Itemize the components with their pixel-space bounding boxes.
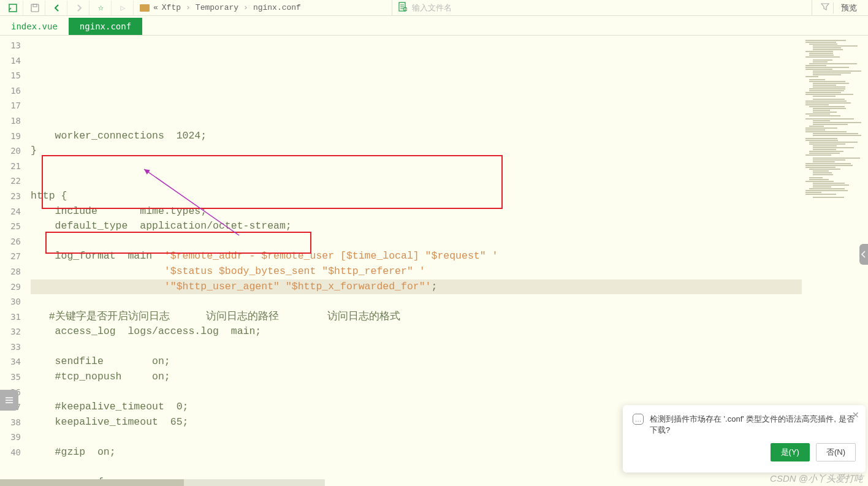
code-line[interactable]: log_format main '$remote_addr - $remote_…: [31, 249, 802, 264]
line-number: 21: [0, 159, 21, 174]
horizontal-scrollbar[interactable]: [0, 479, 325, 486]
star-icon[interactable]: ☆: [91, 1, 112, 15]
back-icon[interactable]: [47, 1, 67, 15]
search-input[interactable]: [411, 2, 805, 13]
chevron-right-icon: ›: [186, 3, 191, 12]
code-line[interactable]: access_log logs/access.log main;: [31, 324, 802, 340]
line-number: 29: [0, 279, 21, 295]
line-number: 18: [0, 113, 21, 129]
svg-rect-1: [31, 4, 39, 12]
code-line[interactable]: }: [31, 143, 802, 159]
line-number: 30: [0, 294, 21, 309]
forward-icon[interactable]: [69, 1, 89, 15]
code-line[interactable]: #tcp_nopush on;: [31, 370, 802, 385]
tab-nginx-conf[interactable]: nginx.conf: [69, 18, 142, 35]
plugin-popup: ✕ … 检测到插件市场存在 '.conf' 类型文件的语法高亮插件, 是否下载?…: [623, 405, 866, 473]
code-line[interactable]: [31, 294, 802, 309]
code-line[interactable]: sendfile on;: [31, 354, 802, 370]
line-number: 20: [0, 143, 21, 159]
breadcrumb-item[interactable]: Xftp: [162, 3, 181, 12]
code-line[interactable]: '$status $body_bytes_sent "$http_referer…: [31, 264, 802, 279]
chat-icon: …: [633, 414, 644, 425]
line-number: 24: [0, 204, 21, 219]
yes-button[interactable]: 是(Y): [771, 443, 810, 461]
code-line[interactable]: worker_connections 1024;: [31, 129, 802, 144]
code-line[interactable]: default_type application/octet-stream;: [31, 219, 802, 234]
save-icon[interactable]: [25, 1, 45, 15]
line-number: 23: [0, 189, 21, 204]
code-line[interactable]: [31, 340, 802, 355]
line-number: 13: [0, 38, 21, 53]
code-line[interactable]: [31, 173, 802, 189]
code-line[interactable]: [31, 159, 802, 174]
line-number: 27: [0, 249, 21, 264]
folder-icon: [140, 4, 150, 12]
code-line[interactable]: [31, 234, 802, 249]
run-icon[interactable]: ▷: [113, 1, 134, 15]
line-number: 15: [0, 68, 21, 83]
top-toolbar: ☆ ▷ « Xftp › Temporary › nginx.conf 预览: [0, 0, 868, 16]
editor-workspace: 1314151617181920212223242526272829303132…: [0, 36, 868, 486]
breadcrumb-item[interactable]: Temporary: [196, 3, 238, 12]
line-number: 26: [0, 234, 21, 249]
chevron-right-icon: ›: [243, 3, 248, 12]
line-number: 39: [0, 430, 21, 445]
preview-button[interactable]: 预览: [837, 2, 861, 13]
line-number: 16: [0, 83, 21, 99]
code-line[interactable]: [31, 385, 802, 400]
left-panel-handle[interactable]: [0, 390, 18, 411]
line-number-gutter: 1314151617181920212223242526272829303132…: [0, 36, 25, 486]
code-line[interactable]: #关键字是否开启访问日志 访问日志的路径 访问日志的格式: [31, 309, 802, 325]
code-line[interactable]: include mime.types;: [31, 204, 802, 219]
tab-bar: index.vue nginx.conf: [0, 16, 868, 36]
line-number: 38: [0, 415, 21, 430]
window-icon[interactable]: [2, 1, 23, 15]
breadcrumb-root: «: [153, 3, 158, 12]
line-number: 14: [0, 53, 21, 69]
line-number: 40: [0, 445, 21, 460]
popup-message: 检测到插件市场存在 '.conf' 类型文件的语法高亮插件, 是否下载?: [650, 414, 856, 436]
line-number: 19: [0, 129, 21, 144]
line-number: 28: [0, 264, 21, 279]
right-tools: 预览: [812, 0, 866, 15]
right-panel-handle[interactable]: [859, 244, 868, 265]
filter-icon[interactable]: [817, 2, 834, 13]
line-number: 31: [0, 309, 21, 325]
breadcrumb[interactable]: « Xftp › Temporary › nginx.conf: [135, 3, 306, 12]
search-area: [394, 2, 810, 14]
line-number: 25: [0, 219, 21, 234]
close-icon[interactable]: ✕: [852, 410, 859, 420]
line-number: 35: [0, 370, 21, 385]
svg-rect-0: [9, 4, 17, 12]
code-line[interactable]: '"$http_user_agent" "$http_x_forwarded_f…: [31, 279, 802, 295]
no-button[interactable]: 否(N): [816, 443, 856, 461]
tab-index-vue[interactable]: index.vue: [0, 18, 69, 35]
line-number: 17: [0, 98, 21, 113]
new-file-icon[interactable]: [398, 2, 407, 14]
line-number: 34: [0, 354, 21, 370]
line-number: 22: [0, 173, 21, 189]
code-line[interactable]: http {: [31, 189, 802, 204]
line-number: 33: [0, 340, 21, 355]
line-number: 32: [0, 324, 21, 340]
breadcrumb-item[interactable]: nginx.conf: [253, 3, 301, 12]
